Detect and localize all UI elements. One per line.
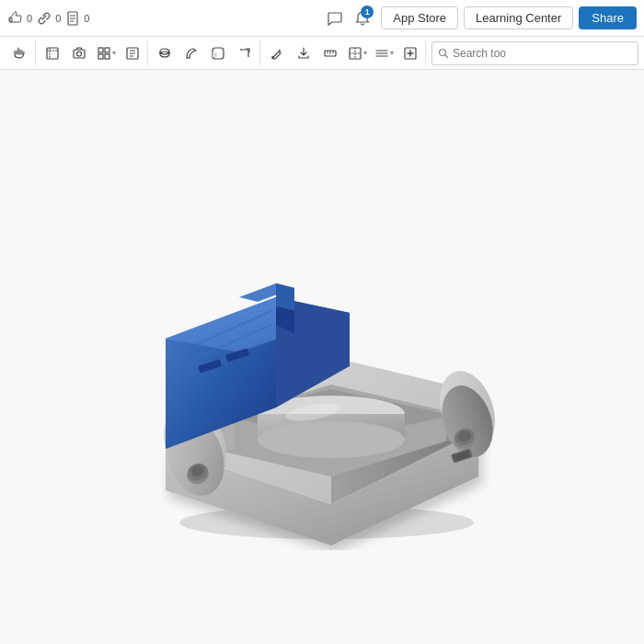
grid-chevron: ▾ <box>112 49 116 57</box>
grid-tool[interactable]: ▾ <box>93 40 119 66</box>
svg-point-7 <box>77 52 82 56</box>
like-count: 0 <box>27 13 32 24</box>
sweep-tool[interactable] <box>178 40 204 66</box>
notification-badge: 1 <box>361 6 374 18</box>
svg-rect-11 <box>105 54 109 59</box>
app-store-button[interactable]: App Store <box>381 6 458 29</box>
tool-group-3 <box>150 40 260 66</box>
model-svg <box>92 164 552 550</box>
svg-line-34 <box>445 54 448 57</box>
svg-rect-8 <box>98 48 103 52</box>
reaction-group: 0 0 0 <box>7 10 89 27</box>
view-chevron: ▾ <box>390 49 394 57</box>
tool-group-1 <box>6 40 36 66</box>
fillet-tool[interactable] <box>205 40 231 66</box>
toolbar-right-group: 1 App Store Learning Center Share <box>326 6 637 31</box>
3d-model <box>92 164 552 550</box>
dimension-tool[interactable] <box>232 40 258 66</box>
view-tool[interactable]: ▾ <box>371 40 397 66</box>
svg-marker-64 <box>276 283 294 311</box>
doc-icon <box>64 10 81 27</box>
toolbar-second: ▾ <box>0 37 644 70</box>
add-tool[interactable] <box>397 40 423 66</box>
feature-tree-tool[interactable] <box>120 40 145 66</box>
link-button[interactable]: 0 <box>36 10 61 27</box>
export-tool[interactable] <box>291 40 316 66</box>
svg-rect-6 <box>74 50 85 58</box>
measure-tool[interactable] <box>317 40 343 66</box>
link-icon <box>36 10 52 27</box>
tool-group-2: ▾ <box>38 40 148 66</box>
svg-line-23 <box>240 49 242 51</box>
svg-point-24 <box>271 56 274 59</box>
display-chevron: ▾ <box>363 49 367 57</box>
display-tool[interactable]: ▾ <box>344 40 370 66</box>
svg-rect-10 <box>98 54 103 59</box>
svg-line-21 <box>193 49 196 51</box>
comment-button[interactable] <box>326 9 344 28</box>
sketch-tool[interactable] <box>40 40 65 66</box>
search-tool[interactable] <box>431 41 638 65</box>
like-icon <box>7 10 24 27</box>
learning-center-button[interactable]: Learning Center <box>464 6 573 29</box>
tool-group-4: ▾ ▾ <box>262 40 426 66</box>
notification-button[interactable]: 1 <box>350 6 375 31</box>
link-count: 0 <box>55 13 61 24</box>
search-input[interactable] <box>453 47 632 60</box>
circle-tool[interactable] <box>152 40 178 66</box>
camera-tool[interactable] <box>66 40 92 66</box>
hand-tool[interactable] <box>7 40 33 66</box>
svg-rect-5 <box>47 48 58 59</box>
share-button[interactable]: Share <box>579 6 637 29</box>
doc-count: 0 <box>84 13 89 24</box>
svg-point-46 <box>258 421 405 458</box>
doc-button[interactable]: 0 <box>64 10 89 27</box>
paint-tool[interactable] <box>264 40 290 66</box>
like-button[interactable]: 0 <box>7 10 32 27</box>
canvas-area <box>0 70 644 644</box>
toolbar-top: 0 0 0 <box>0 0 644 37</box>
svg-rect-9 <box>105 48 109 52</box>
